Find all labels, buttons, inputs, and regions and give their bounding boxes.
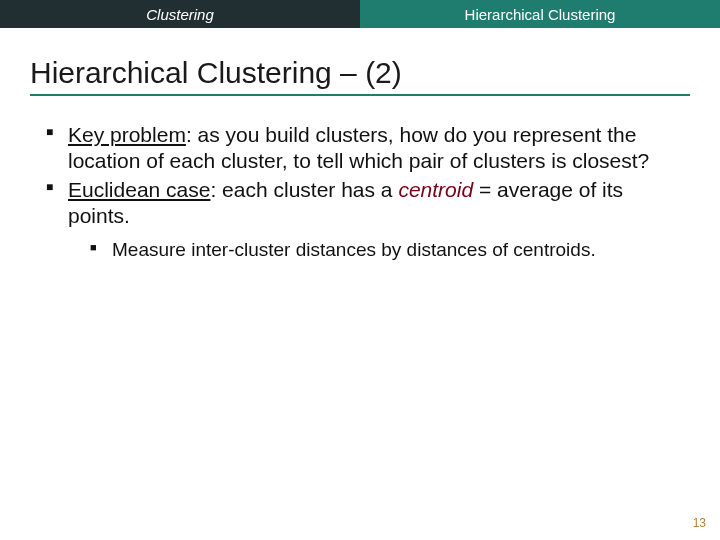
page-number: 13 [693,516,706,530]
sub-bullet-measure: Measure inter-cluster distances by dista… [90,238,684,261]
euclidean-lead: Euclidean case [68,178,210,201]
bullet-euclidean-case: Euclidean case: each cluster has a centr… [46,177,684,261]
title-area: Hierarchical Clustering – (2) [0,28,720,104]
euclidean-mid: : each cluster has a [210,178,398,201]
header-left: Clustering [0,0,360,28]
sub-bullet-list: Measure inter-cluster distances by dista… [68,238,684,261]
bullet-key-problem: Key problem: as you build clusters, how … [46,122,684,173]
slide-content: Key problem: as you build clusters, how … [0,104,720,262]
slide-title: Hierarchical Clustering – (2) [30,56,690,90]
title-underline [30,94,690,96]
key-problem-lead: Key problem [68,123,186,146]
centroid-word: centroid [398,178,473,201]
slide-header: Clustering Hierarchical Clustering [0,0,720,28]
bullet-list: Key problem: as you build clusters, how … [36,122,684,262]
header-right: Hierarchical Clustering [360,0,720,28]
